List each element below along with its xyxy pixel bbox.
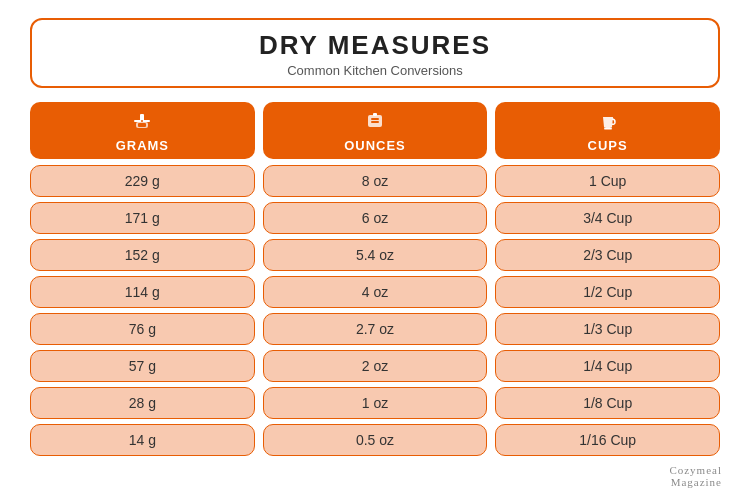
cell-ounces-0: 8 oz: [263, 165, 488, 197]
grams-icon: [131, 110, 153, 135]
cell-ounces-7: 0.5 oz: [263, 424, 488, 456]
svg-point-4: [141, 120, 143, 122]
cell-grams-2: 152 g: [30, 239, 255, 271]
header-ounces-label: OUNCES: [344, 138, 406, 153]
header-cups: CUPS: [495, 102, 720, 159]
header-grams-label: GRAMS: [116, 138, 169, 153]
table-row: 171 g6 oz3/4 Cup: [30, 202, 720, 234]
cell-ounces-1: 6 oz: [263, 202, 488, 234]
cell-grams-6: 28 g: [30, 387, 255, 419]
svg-rect-3: [138, 123, 146, 127]
cell-ounces-5: 2 oz: [263, 350, 488, 382]
table-row: 57 g2 oz1/4 Cup: [30, 350, 720, 382]
cell-grams-7: 14 g: [30, 424, 255, 456]
cell-ounces-6: 1 oz: [263, 387, 488, 419]
svg-rect-6: [371, 118, 379, 120]
cell-ounces-2: 5.4 oz: [263, 239, 488, 271]
table-row: 229 g8 oz1 Cup: [30, 165, 720, 197]
cell-grams-4: 76 g: [30, 313, 255, 345]
table-row: 76 g2.7 oz1/3 Cup: [30, 313, 720, 345]
title-box: DRY MEASURES Common Kitchen Conversions: [30, 18, 720, 88]
table-row: 14 g0.5 oz1/16 Cup: [30, 424, 720, 456]
cell-cups-3: 1/2 Cup: [495, 276, 720, 308]
main-title: DRY MEASURES: [52, 30, 698, 61]
cell-cups-7: 1/16 Cup: [495, 424, 720, 456]
cell-grams-5: 57 g: [30, 350, 255, 382]
table-row: 28 g1 oz1/8 Cup: [30, 387, 720, 419]
cell-grams-1: 171 g: [30, 202, 255, 234]
cell-grams-3: 114 g: [30, 276, 255, 308]
cell-cups-2: 2/3 Cup: [495, 239, 720, 271]
brand: Cozymeal Magazine: [669, 464, 722, 488]
cell-cups-5: 1/4 Cup: [495, 350, 720, 382]
svg-rect-8: [373, 113, 377, 116]
cell-ounces-3: 4 oz: [263, 276, 488, 308]
header-cups-label: CUPS: [588, 138, 628, 153]
data-rows: 229 g8 oz1 Cup171 g6 oz3/4 Cup152 g5.4 o…: [30, 165, 720, 456]
ounces-icon: [364, 110, 386, 135]
header-grams: GRAMS: [30, 102, 255, 159]
brand-sub: Magazine: [669, 476, 722, 488]
svg-rect-7: [371, 121, 379, 123]
svg-rect-1: [140, 114, 144, 121]
brand-name: Cozymeal: [669, 464, 722, 476]
subtitle: Common Kitchen Conversions: [52, 63, 698, 78]
table-header: GRAMS OUNCES CUPS: [30, 102, 720, 159]
cell-cups-4: 1/3 Cup: [495, 313, 720, 345]
table-row: 114 g4 oz1/2 Cup: [30, 276, 720, 308]
cups-icon: [597, 110, 619, 135]
header-ounces: OUNCES: [263, 102, 488, 159]
cell-cups-6: 1/8 Cup: [495, 387, 720, 419]
cell-cups-0: 1 Cup: [495, 165, 720, 197]
cell-grams-0: 229 g: [30, 165, 255, 197]
svg-rect-9: [604, 128, 612, 130]
cell-ounces-4: 2.7 oz: [263, 313, 488, 345]
table-row: 152 g5.4 oz2/3 Cup: [30, 239, 720, 271]
cell-cups-1: 3/4 Cup: [495, 202, 720, 234]
